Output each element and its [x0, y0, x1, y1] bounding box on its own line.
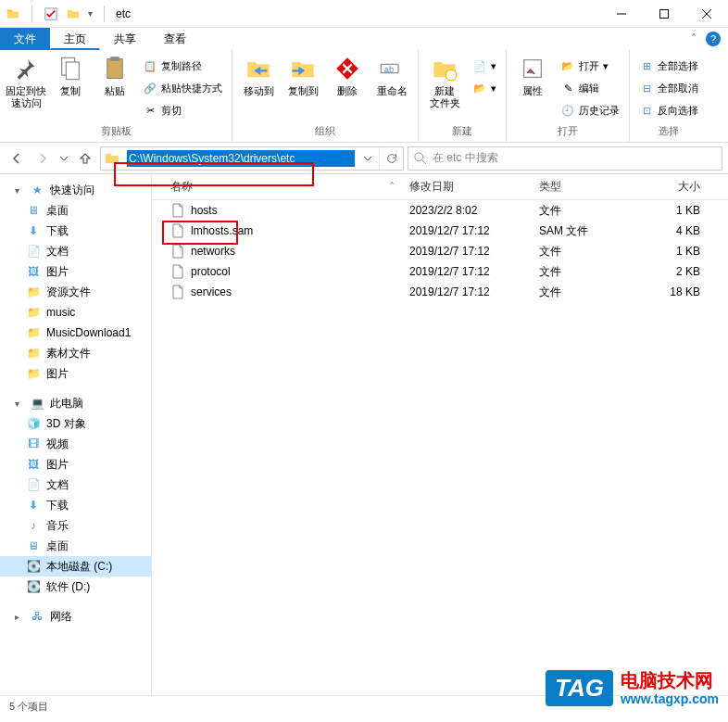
sidebar-materials[interactable]: 📁素材文件: [0, 343, 151, 363]
copy-button[interactable]: 复制: [50, 52, 91, 97]
easy-access-icon: 📂: [472, 81, 487, 95]
up-button[interactable]: [74, 147, 96, 170]
search-bar[interactable]: 在 etc 中搜索: [408, 146, 722, 171]
sidebar-network[interactable]: ▸🖧网络: [0, 606, 151, 627]
sidebar-downloads[interactable]: ⬇下载: [0, 221, 151, 241]
sidebar-disk-d[interactable]: 💽软件 (D:): [0, 576, 151, 597]
svg-point-11: [446, 70, 457, 81]
tag-badge: TAG: [546, 670, 613, 706]
edit-icon: ✎: [560, 81, 575, 95]
sidebar[interactable]: ▾★快速访问 🖥桌面 ⬇下载 📄文档 🖼图片 📁资源文件 📁music 📁Mus…: [0, 174, 152, 695]
select-none-button[interactable]: ⊟全部取消: [635, 78, 702, 98]
copy-to-button[interactable]: 复制到: [282, 52, 323, 97]
sidebar-pictures3[interactable]: 🖼图片: [0, 454, 151, 475]
sidebar-desktop2[interactable]: 🖥桌面: [0, 536, 151, 556]
sidebar-videos[interactable]: 🎞视频: [0, 434, 151, 454]
tab-view[interactable]: 查看: [150, 28, 200, 50]
file-type: 文件: [532, 264, 624, 280]
file-icon: [170, 285, 185, 299]
sidebar-documents2[interactable]: 📄文档: [0, 475, 151, 495]
folder-small-icon[interactable]: [66, 6, 81, 21]
tab-share[interactable]: 共享: [100, 28, 150, 50]
organize-group-label: 组织: [238, 124, 412, 140]
address-dropdown[interactable]: [355, 147, 379, 170]
file-row[interactable]: protocol 2019/12/7 17:12 文件 2 KB: [152, 261, 728, 282]
file-icon: [170, 264, 185, 279]
sidebar-music[interactable]: 📁music: [0, 302, 151, 323]
file-date: 2019/12/7 17:12: [402, 265, 532, 278]
tab-home[interactable]: 主页: [50, 28, 100, 50]
ribbon: 固定到快 速访问 复制 粘贴 📋复制路径 🔗粘贴快捷方式 ✂剪切 剪贴板 移动到: [0, 50, 728, 143]
sidebar-music-download[interactable]: 📁MusicDownload1: [0, 323, 151, 343]
file-row[interactable]: networks 2019/12/7 17:12 文件 1 KB: [152, 241, 728, 261]
address-bar[interactable]: [100, 146, 404, 171]
music-icon: ♪: [26, 518, 41, 533]
pin-to-quick-access-button[interactable]: 固定到快 速访问: [6, 52, 46, 109]
close-button[interactable]: [685, 0, 728, 28]
sidebar-resources[interactable]: 📁资源文件: [0, 282, 151, 302]
select-all-icon: ⊞: [639, 58, 654, 73]
tag-line1: 电脑技术网: [621, 669, 719, 691]
file-row[interactable]: lmhosts.sam 2019/12/7 17:12 SAM 文件 4 KB: [152, 221, 728, 241]
select-all-button[interactable]: ⊞全部选择: [635, 56, 702, 76]
sidebar-documents[interactable]: 📄文档: [0, 241, 151, 261]
collapse-ribbon-icon[interactable]: ˄: [691, 32, 697, 45]
sidebar-disk-c[interactable]: 💽本地磁盘 (C:): [0, 556, 151, 576]
open-icon: 📂: [560, 58, 575, 73]
folder-icon: [105, 151, 123, 166]
maximize-button[interactable]: [643, 0, 685, 28]
history-button[interactable]: 🕘历史记录: [557, 100, 623, 120]
copy-path-button[interactable]: 📋复制路径: [139, 56, 226, 76]
column-date[interactable]: 修改日期: [402, 179, 532, 195]
move-to-button[interactable]: 移动到: [238, 52, 279, 97]
sidebar-this-pc[interactable]: ▾💻此电脑: [0, 393, 151, 413]
column-type[interactable]: 类型: [532, 179, 624, 195]
sidebar-music2[interactable]: ♪音乐: [0, 515, 151, 536]
column-name[interactable]: 名称˄: [152, 179, 402, 195]
forward-button[interactable]: [31, 147, 54, 170]
properties-button[interactable]: 属性: [512, 52, 553, 97]
sidebar-pictures[interactable]: 🖼图片: [0, 261, 151, 282]
minimize-button[interactable]: [600, 0, 643, 28]
checkbox-icon[interactable]: [44, 6, 58, 21]
open-button[interactable]: 📂打开▾: [557, 56, 623, 76]
copy-to-icon: [288, 54, 318, 83]
column-size[interactable]: 大小: [624, 179, 708, 195]
paste-button[interactable]: 粘贴: [94, 52, 135, 97]
paste-shortcut-button[interactable]: 🔗粘贴快捷方式: [139, 78, 226, 98]
file-name: networks: [191, 245, 235, 258]
easy-access-button[interactable]: 📂▾: [469, 78, 500, 98]
tab-file[interactable]: 文件: [0, 28, 50, 50]
rename-button[interactable]: ab 重命名: [371, 52, 412, 97]
dropdown-caret-icon[interactable]: ▾: [88, 8, 93, 19]
document-icon: 📄: [26, 477, 41, 492]
path-icon: 📋: [143, 58, 157, 73]
cut-button[interactable]: ✂剪切: [139, 100, 226, 120]
navbar: 在 etc 中搜索: [0, 143, 728, 174]
new-folder-button[interactable]: 新建 文件夹: [424, 52, 465, 109]
file-row[interactable]: hosts 2023/2/2 8:02 文件 1 KB: [152, 200, 728, 221]
file-icon: [170, 244, 185, 259]
folder-icon: 📁: [26, 366, 41, 381]
new-item-button[interactable]: 📄▾: [469, 56, 500, 76]
sidebar-quick-access[interactable]: ▾★快速访问: [0, 180, 151, 200]
svg-line-14: [422, 159, 426, 163]
recent-dropdown[interactable]: [57, 147, 70, 170]
invert-selection-button[interactable]: ⊡反向选择: [635, 100, 702, 120]
file-type: 文件: [532, 203, 624, 219]
sidebar-downloads2[interactable]: ⬇下载: [0, 495, 151, 515]
delete-icon: [333, 54, 362, 83]
sidebar-3d[interactable]: 🧊3D 对象: [0, 413, 151, 434]
edit-button[interactable]: ✎编辑: [557, 78, 623, 98]
address-input[interactable]: [127, 150, 355, 167]
disk-icon: 💽: [26, 559, 41, 574]
delete-button[interactable]: 删除: [327, 52, 368, 97]
file-row[interactable]: services 2019/12/7 17:12 文件 18 KB: [152, 282, 728, 302]
refresh-button[interactable]: [379, 147, 403, 170]
folder-icon: 📁: [26, 285, 41, 299]
sidebar-pictures2[interactable]: 📁图片: [0, 363, 151, 384]
open-group-label: 打开: [512, 124, 623, 140]
sidebar-desktop[interactable]: 🖥桌面: [0, 200, 151, 221]
back-button[interactable]: [6, 147, 28, 170]
help-icon[interactable]: ?: [706, 32, 721, 46]
